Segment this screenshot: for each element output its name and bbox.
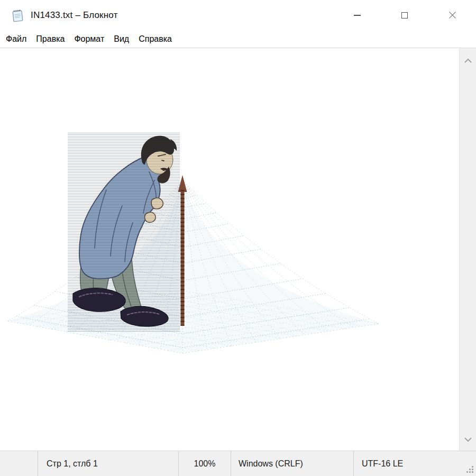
menu-item-format[interactable]: Формат [69, 32, 109, 47]
status-line-endings: Windows (CRLF) [231, 451, 353, 476]
resize-grip-icon[interactable] [465, 464, 474, 474]
notepad-window: IN1433.txt – Блокнот Файл Правка Формат … [0, 0, 476, 476]
man-figure [68, 132, 180, 332]
scanline-overlay [68, 132, 180, 332]
scroll-down-button[interactable] [460, 432, 476, 447]
close-button[interactable] [428, 0, 476, 31]
text-editor-area[interactable] [0, 48, 476, 451]
menu-item-view[interactable]: Вид [109, 32, 134, 47]
status-encoding: UTF-16 LE [353, 451, 476, 476]
vertical-scrollbar[interactable] [459, 48, 476, 451]
menu-item-edit[interactable]: Правка [31, 32, 69, 47]
notepad-icon [11, 8, 25, 23]
zoom-level-text: 100% [194, 459, 216, 469]
net-pyramid-fill [8, 180, 379, 353]
title-bar[interactable]: IN1433.txt – Блокнот [0, 0, 476, 31]
encoding-text: UTF-16 LE [362, 459, 403, 469]
status-spacer [0, 451, 38, 476]
cursor-position-text: Стр 1, стлб 1 [47, 459, 98, 469]
glyph-art-canvas [0, 48, 459, 451]
chevron-down-icon [464, 437, 472, 442]
maximize-icon [401, 12, 408, 19]
minimize-icon [354, 15, 361, 16]
status-bar: Стр 1, стлб 1 100% Windows (CRLF) UTF-16… [0, 451, 476, 476]
window-controls [333, 0, 476, 31]
menu-item-help[interactable]: Справка [134, 32, 177, 47]
chevron-up-icon [464, 58, 472, 63]
menu-item-file[interactable]: Файл [1, 32, 31, 47]
status-cursor-position: Стр 1, стлб 1 [38, 451, 178, 476]
window-title: IN1433.txt – Блокнот [31, 10, 118, 21]
minimize-button[interactable] [333, 0, 381, 31]
status-zoom: 100% [178, 451, 231, 476]
glyph-art [0, 48, 459, 450]
scroll-up-button[interactable] [460, 52, 476, 68]
close-icon [448, 12, 456, 20]
maximize-button[interactable] [381, 0, 428, 31]
line-endings-text: Windows (CRLF) [239, 459, 303, 469]
menu-bar: Файл Правка Формат Вид Справка [0, 31, 476, 48]
